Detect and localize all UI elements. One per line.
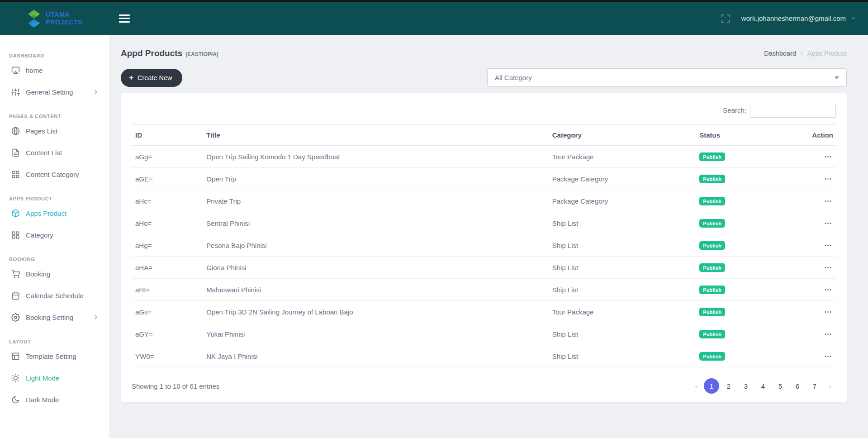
row-actions-button[interactable]: ••• xyxy=(824,263,833,272)
menu-toggle-button[interactable] xyxy=(116,12,133,25)
table-row: aHc=Private TripPackage CategoryPublish•… xyxy=(132,190,836,212)
sidebar-item-pages-list[interactable]: Pages List xyxy=(0,120,109,142)
cell-title: NK Jaya I Phinisi xyxy=(203,345,548,367)
table-row: aGY=Yukai PhinisiShip ListPublish••• xyxy=(132,323,836,345)
sidebar-item-dark-mode[interactable]: Dark Mode xyxy=(0,389,109,410)
cell-id: aGY= xyxy=(132,323,203,345)
sidebar-item-label: Pages List xyxy=(26,127,57,135)
cell-status: Publish xyxy=(696,190,793,212)
cell-title: Open Trip xyxy=(203,168,548,190)
user-menu[interactable]: work.johannesherman@gmail.com xyxy=(741,14,856,22)
category-filter-value: All Category xyxy=(495,74,532,81)
cell-status: Publish xyxy=(696,212,793,234)
sidebar-item-label: Calendar Schedule xyxy=(26,292,84,300)
row-actions-button[interactable]: ••• xyxy=(824,175,833,183)
sidebar-item-booking-setting[interactable]: Booking Setting xyxy=(0,306,109,328)
pagination-prev[interactable]: ‹ xyxy=(690,382,702,390)
search-input[interactable] xyxy=(750,103,836,118)
sidebar-item-label: Template Setting xyxy=(26,352,76,360)
row-actions-button[interactable]: ••• xyxy=(824,352,833,361)
row-actions-button[interactable]: ••• xyxy=(824,330,833,338)
pagination-page-5[interactable]: 5 xyxy=(773,378,788,394)
chevron-right-icon xyxy=(93,314,99,320)
sidebar-item-content-category[interactable]: Content Category xyxy=(0,163,109,185)
moon-icon xyxy=(11,395,20,404)
globe-icon xyxy=(11,127,20,135)
calendar-icon xyxy=(11,291,20,300)
sidebar-section-header-apps-product: APPS PRODUCT xyxy=(9,196,109,201)
cell-id: aHc= xyxy=(132,190,203,212)
fullscreen-icon[interactable] xyxy=(721,14,730,24)
pagination-page-7[interactable]: 7 xyxy=(807,378,822,394)
products-table: IDTitleCategoryStatusAction aGg=Open Tri… xyxy=(132,124,836,367)
sidebar-item-template-setting[interactable]: Template Setting xyxy=(0,345,109,367)
row-actions-button[interactable]: ••• xyxy=(824,308,833,316)
pagination-next[interactable]: › xyxy=(824,382,836,390)
column-header-category[interactable]: Category xyxy=(549,125,696,146)
sidebar-item-apps-product[interactable]: Apps Product xyxy=(0,202,109,224)
category-filter-select[interactable]: All Category xyxy=(487,68,847,87)
cell-status: Publish xyxy=(696,301,793,323)
cell-action: ••• xyxy=(793,234,836,257)
sidebar-item-label: Booking xyxy=(26,270,50,278)
row-actions-button[interactable]: ••• xyxy=(824,197,833,205)
row-actions-button[interactable]: ••• xyxy=(824,241,833,250)
pagination-page-3[interactable]: 3 xyxy=(738,378,754,394)
cell-category: Tour Package xyxy=(549,146,696,168)
layout-icon xyxy=(11,352,20,361)
sidebar-item-light-mode[interactable]: Light Mode xyxy=(0,367,109,389)
cell-title: Pesona Bajo Phinisi xyxy=(203,234,548,257)
cell-status: Publish xyxy=(696,234,793,257)
cell-title: Private Trip xyxy=(203,190,548,212)
user-email: work.johannesherman@gmail.com xyxy=(741,14,846,22)
cell-action: ••• xyxy=(793,301,836,323)
cell-category: Ship List xyxy=(549,212,696,234)
sidebar-section-header-booking: BOOKING xyxy=(9,257,109,262)
brand-logo[interactable]: UTAMA PROJECTS xyxy=(0,9,109,28)
breadcrumb-dashboard[interactable]: Dashboard xyxy=(764,50,796,57)
pagination-page-1[interactable]: 1 xyxy=(704,378,719,394)
table-row: aHo=Sentral PhinisiShip ListPublish••• xyxy=(132,212,836,234)
cell-action: ••• xyxy=(793,345,836,367)
cell-id: aHg= xyxy=(132,234,203,257)
brand-line1: UTAMA xyxy=(46,11,82,18)
topbar: UTAMA PROJECTS work.johannesherman@gmail… xyxy=(0,2,868,35)
table-row: aGs=Open Trip 3D 2N Sailing Journey of L… xyxy=(132,301,836,323)
create-new-button[interactable]: + Create New xyxy=(121,69,182,87)
sidebar-item-booking[interactable]: Booking xyxy=(0,263,109,285)
column-header-id[interactable]: ID xyxy=(132,125,203,146)
chevron-down-icon xyxy=(850,15,856,21)
sidebar-section-header-dashboard: DASHBOARD xyxy=(9,53,109,58)
sidebar-item-calendar-schedule[interactable]: Calendar Schedule xyxy=(0,285,109,306)
table-card: Search: IDTitleCategoryStatusAction aGg=… xyxy=(121,93,847,402)
cell-title: Maheswari Phinisi xyxy=(203,279,548,301)
sidebar-item-label: home xyxy=(26,67,43,74)
row-actions-button[interactable]: ••• xyxy=(824,219,833,228)
package-icon xyxy=(11,209,20,218)
row-actions-button[interactable]: ••• xyxy=(824,286,833,294)
cart-icon xyxy=(11,270,20,278)
status-badge: Publish xyxy=(699,308,725,316)
select-caret-icon xyxy=(835,76,839,79)
column-header-status[interactable]: Status xyxy=(696,125,793,146)
sidebar-item-home[interactable]: home xyxy=(0,59,109,81)
column-header-title[interactable]: Title xyxy=(203,125,548,146)
sidebar-item-content-list[interactable]: Content List xyxy=(0,142,109,163)
pagination-page-4[interactable]: 4 xyxy=(755,378,771,394)
status-badge: Publish xyxy=(699,263,725,272)
pagination-page-6[interactable]: 6 xyxy=(790,378,805,394)
sidebar-item-label: General Setting xyxy=(26,88,73,96)
column-header-action[interactable]: Action xyxy=(793,125,836,146)
breadcrumb-separator: › xyxy=(801,50,803,57)
sidebar-item-category[interactable]: Category xyxy=(0,224,109,246)
cell-category: Ship List xyxy=(549,279,696,301)
status-badge: Publish xyxy=(699,330,725,338)
brand-text: UTAMA PROJECTS xyxy=(46,11,82,25)
pagination-page-2[interactable]: 2 xyxy=(721,378,736,394)
cell-category: Ship List xyxy=(549,323,696,345)
sidebar-item-general-setting[interactable]: General Setting xyxy=(0,81,109,103)
status-badge: Publish xyxy=(699,197,725,205)
cell-id: aGs= xyxy=(132,301,203,323)
table-row: aGE=Open TripPackage CategoryPublish••• xyxy=(132,168,836,190)
row-actions-button[interactable]: ••• xyxy=(824,152,833,161)
